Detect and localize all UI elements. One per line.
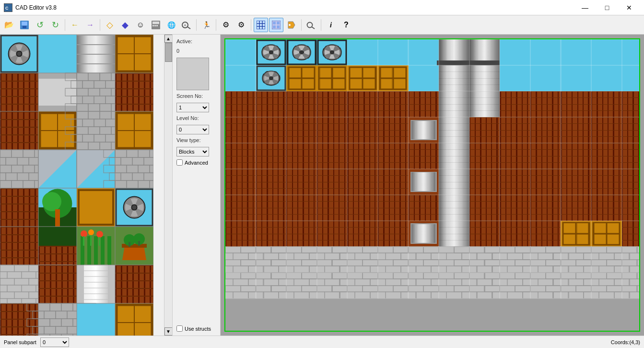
zoom-button[interactable]: + bbox=[179, 18, 194, 32]
calc-button[interactable] bbox=[149, 18, 163, 32]
svg-text:C: C bbox=[5, 6, 9, 11]
tile-panel: ▲ ▼ bbox=[0, 35, 173, 336]
tile-canvas[interactable] bbox=[0, 35, 153, 336]
titlebar: C CAD Editor v3.8 — □ ✕ bbox=[0, 0, 644, 15]
svg-rect-4 bbox=[23, 26, 26, 28]
scroll-up-button[interactable]: ▲ bbox=[164, 35, 173, 43]
level-no-label: Level No: bbox=[176, 115, 216, 121]
svg-rect-3 bbox=[22, 22, 27, 25]
maximize-button[interactable]: □ bbox=[596, 0, 618, 15]
view-type-label: View type: bbox=[176, 137, 216, 143]
scroll-thumb[interactable] bbox=[165, 43, 172, 62]
svg-line-11 bbox=[187, 27, 190, 29]
save-button[interactable] bbox=[17, 18, 32, 32]
tag-button[interactable] bbox=[284, 18, 299, 32]
sep3 bbox=[196, 19, 197, 31]
redo1-button[interactable]: ↺ bbox=[33, 18, 47, 32]
svg-text:+: + bbox=[184, 23, 187, 28]
sep1 bbox=[65, 19, 65, 31]
window-title: CAD Editor v3.8 bbox=[15, 4, 57, 11]
close-button[interactable]: ✕ bbox=[618, 0, 640, 15]
svg-rect-13 bbox=[257, 21, 265, 29]
svg-rect-20 bbox=[277, 22, 280, 24]
screen-no-label: Screen No: bbox=[176, 93, 216, 99]
help-button[interactable]: ? bbox=[339, 18, 353, 32]
toolbar: 📂 ↺ ↻ ← → ◇ ◆ ☺ 🌐 + 🏃 ⚙ ⚙ bbox=[0, 15, 644, 35]
run-button[interactable]: 🏃 bbox=[199, 18, 213, 32]
svg-rect-7 bbox=[152, 25, 154, 26]
sep2 bbox=[100, 19, 100, 31]
svg-rect-22 bbox=[277, 25, 280, 28]
window-controls: — □ ✕ bbox=[574, 0, 640, 15]
svg-rect-9 bbox=[156, 25, 158, 26]
screen-no-select[interactable]: 1 2 3 bbox=[176, 103, 209, 112]
svg-rect-19 bbox=[273, 22, 276, 24]
tile-scrollbar: ▲ ▼ bbox=[164, 35, 172, 336]
redo2-button[interactable]: ↻ bbox=[48, 18, 62, 32]
tile-content: ▲ ▼ bbox=[0, 35, 172, 336]
advanced-label: Advanced bbox=[185, 160, 208, 166]
properties-panel: Active: 0 Screen No: 1 2 3 Level No: 0 1… bbox=[173, 35, 221, 336]
view-type-select[interactable]: Blocks Objects Both bbox=[176, 147, 209, 156]
canvas-area bbox=[221, 35, 644, 336]
coords-display: Coords:(4,3) bbox=[611, 339, 640, 345]
minimize-button[interactable]: — bbox=[574, 0, 596, 15]
gear1-button[interactable]: ⚙ bbox=[219, 18, 233, 32]
svg-point-24 bbox=[289, 24, 291, 26]
search-button[interactable] bbox=[304, 18, 318, 32]
active-label: Active: bbox=[176, 38, 216, 44]
undo2-button[interactable]: → bbox=[83, 18, 97, 32]
advanced-checkbox-container: Advanced bbox=[176, 159, 216, 166]
svg-rect-8 bbox=[154, 25, 156, 26]
panel-subpart-label: Panel subpart bbox=[4, 339, 36, 345]
use-structs-label: Use structs bbox=[185, 326, 211, 332]
grid1-button[interactable] bbox=[254, 18, 268, 32]
diamond1-button[interactable]: ◇ bbox=[103, 18, 117, 32]
sep4 bbox=[216, 19, 216, 31]
titlebar-left: C CAD Editor v3.8 bbox=[4, 3, 57, 12]
use-structs-checkbox-container: Use structs bbox=[176, 325, 216, 332]
sep7 bbox=[321, 19, 321, 31]
game-render-canvas[interactable] bbox=[225, 39, 639, 331]
diamond2-button[interactable]: ◆ bbox=[118, 18, 132, 32]
panel-subpart-select[interactable]: 0 1 2 bbox=[40, 337, 69, 347]
grid2-button[interactable] bbox=[269, 18, 283, 32]
tile-grid-wrapper bbox=[0, 35, 164, 336]
advanced-checkbox[interactable] bbox=[176, 159, 183, 166]
smiley-button[interactable]: ☺ bbox=[133, 18, 148, 32]
statusbar-left: Panel subpart 0 1 2 bbox=[4, 337, 69, 347]
scroll-down-button[interactable]: ▼ bbox=[164, 327, 173, 336]
app-icon: C bbox=[4, 3, 12, 12]
active-value: 0 bbox=[176, 48, 216, 54]
gear2-button[interactable]: ⚙ bbox=[234, 18, 248, 32]
info-button[interactable]: i bbox=[324, 18, 338, 32]
svg-rect-6 bbox=[152, 22, 159, 24]
svg-rect-21 bbox=[273, 25, 276, 28]
sep5 bbox=[251, 19, 251, 31]
undo1-button[interactable]: ← bbox=[68, 18, 82, 32]
svg-line-26 bbox=[312, 27, 315, 29]
game-canvas[interactable] bbox=[224, 38, 640, 332]
statusbar: Panel subpart 0 1 2 Coords:(4,3) bbox=[0, 336, 644, 348]
main-area: ▲ ▼ Active: 0 Screen No: 1 2 3 Level No:… bbox=[0, 35, 644, 336]
sep6 bbox=[301, 19, 302, 31]
level-no-select[interactable]: 0 1 2 bbox=[176, 125, 209, 134]
svg-point-25 bbox=[307, 22, 313, 27]
scroll-track[interactable] bbox=[164, 43, 173, 327]
use-structs-checkbox[interactable] bbox=[176, 325, 183, 332]
open-button[interactable]: 📂 bbox=[2, 18, 16, 32]
active-tile-preview bbox=[176, 58, 209, 90]
globe-button[interactable]: 🌐 bbox=[164, 18, 178, 32]
